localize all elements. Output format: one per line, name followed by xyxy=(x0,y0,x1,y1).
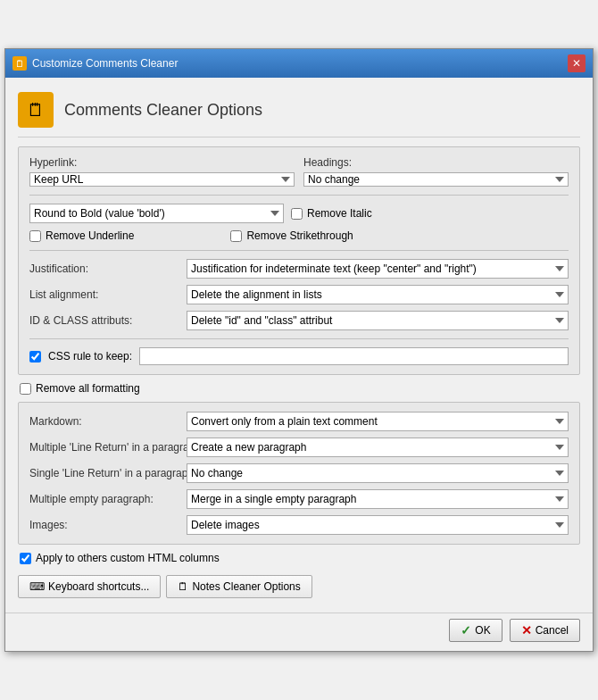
notes-cleaner-options-button[interactable]: 🗒 Notes Cleaner Options xyxy=(166,575,311,598)
cancel-label: Cancel xyxy=(536,624,569,637)
css-rule-checkbox[interactable] xyxy=(29,351,41,362)
justification-row: Justification: Justification for indeter… xyxy=(29,259,569,279)
apply-to-others-label: Apply to others custom HTML columns xyxy=(36,552,220,564)
header-section: 🗒 Comments Cleaner Options xyxy=(18,87,580,138)
css-rule-label: CSS rule to keep: xyxy=(48,350,132,362)
headings-col: Headings: No change xyxy=(303,156,569,187)
multiple-line-return-select[interactable]: Create a new paragraph xyxy=(187,438,569,457)
remove-underline-row: Remove Underline xyxy=(29,229,134,242)
markdown-panel: Markdown: Convert only from a plain text… xyxy=(18,402,580,545)
multiple-empty-paragraph-label: Multiple empty paragraph: xyxy=(29,493,181,505)
close-button[interactable]: ✕ xyxy=(568,54,586,72)
remove-strikethrough-checkbox[interactable] xyxy=(230,230,242,242)
divider-2 xyxy=(29,250,569,251)
headings-label: Headings: xyxy=(303,156,569,169)
dialog-title: Comments Cleaner Options xyxy=(64,101,262,120)
images-row: Images: Delete images xyxy=(29,515,569,535)
multiple-line-return-row: Multiple 'Line Return' in a paragraph: C… xyxy=(29,438,569,457)
id-class-select[interactable]: Delete "id" and "class" attribut xyxy=(187,311,569,330)
remove-italic-checkbox[interactable] xyxy=(291,208,303,220)
formatting-panel: Hyperlink: Keep URL Headings: No change … xyxy=(18,146,580,375)
dialog-content: 🗒 Comments Cleaner Options Hyperlink: Ke… xyxy=(5,78,593,611)
justification-select[interactable]: Justification for indeterminate text (ke… xyxy=(187,259,569,279)
title-bar: 🗒 Customize Comments Cleaner ✕ xyxy=(5,49,593,78)
single-line-return-select[interactable]: No change xyxy=(187,463,569,483)
markdown-row: Markdown: Convert only from a plain text… xyxy=(29,412,569,431)
title-bar-text: Customize Comments Cleaner xyxy=(32,57,178,70)
list-alignment-select[interactable]: Delete the alignment in lists xyxy=(187,285,569,304)
remove-italic-row: Remove Italic xyxy=(291,207,372,220)
keyboard-icon: ⌨ xyxy=(29,580,45,593)
ok-button[interactable]: ✓ OK xyxy=(449,619,502,642)
markdown-label: Markdown: xyxy=(29,415,181,428)
ok-checkmark-icon: ✓ xyxy=(461,623,471,638)
remove-all-formatting-row: Remove all formatting xyxy=(18,382,580,395)
headings-select[interactable]: No change xyxy=(303,172,569,187)
cancel-button[interactable]: ✕ Cancel xyxy=(510,619,580,642)
font-weight-row: Round to Bold (value 'bold') Remove Ital… xyxy=(29,204,569,223)
single-line-return-row: Single 'Line Return' in a paragraph: No … xyxy=(29,463,569,483)
font-weight-select[interactable]: Round to Bold (value 'bold') xyxy=(29,204,284,223)
remove-strikethrough-label: Remove Strikethrough xyxy=(246,229,353,242)
cancel-cross-icon: ✕ xyxy=(521,623,532,638)
divider-3 xyxy=(29,338,569,339)
css-rule-input[interactable] xyxy=(139,347,569,365)
title-icon: 🗒 xyxy=(12,56,27,71)
css-rule-row: CSS rule to keep: xyxy=(29,347,569,365)
dialog-footer: ✓ OK ✕ Cancel xyxy=(5,612,593,651)
hyperlink-label: Hyperlink: xyxy=(29,156,295,169)
divider-1 xyxy=(29,195,569,196)
remove-strikethrough-row: Remove Strikethrough xyxy=(230,229,353,242)
markdown-select[interactable]: Convert only from a plain text comment xyxy=(187,412,569,431)
underline-strikethrough-row: Remove Underline Remove Strikethrough xyxy=(29,229,569,242)
hyperlink-select[interactable]: Keep URL xyxy=(29,172,295,187)
multiple-line-return-label: Multiple 'Line Return' in a paragraph: xyxy=(29,441,181,454)
remove-all-formatting-checkbox[interactable] xyxy=(20,383,31,395)
multiple-empty-paragraph-select[interactable]: Merge in a single empty paragraph xyxy=(187,489,569,509)
remove-all-formatting-label: Remove all formatting xyxy=(36,382,140,395)
apply-to-others-checkbox[interactable] xyxy=(20,553,31,564)
single-line-return-label: Single 'Line Return' in a paragraph: xyxy=(29,467,181,479)
notes-cleaner-options-label: Notes Cleaner Options xyxy=(192,580,300,593)
id-class-row: ID & CLASS attributs: Delete "id" and "c… xyxy=(29,311,569,330)
dialog: 🗒 Customize Comments Cleaner ✕ 🗒 Comment… xyxy=(4,48,594,652)
justification-label: Justification: xyxy=(29,262,181,275)
list-alignment-row: List alignment: Delete the alignment in … xyxy=(29,285,569,304)
notes-icon: 🗒 xyxy=(178,580,188,593)
remove-underline-label: Remove Underline xyxy=(46,229,134,242)
hyperlink-col: Hyperlink: Keep URL xyxy=(29,156,295,187)
apply-to-others-row: Apply to others custom HTML columns xyxy=(18,552,580,564)
hyperlink-headings-row: Hyperlink: Keep URL Headings: No change xyxy=(29,156,569,187)
images-label: Images: xyxy=(29,519,181,531)
images-select[interactable]: Delete images xyxy=(187,515,569,535)
keyboard-shortcuts-button[interactable]: ⌨ Keyboard shortcuts... xyxy=(18,575,161,598)
header-icon: 🗒 xyxy=(18,92,54,128)
ok-label: OK xyxy=(475,624,490,637)
multiple-empty-paragraph-row: Multiple empty paragraph: Merge in a sin… xyxy=(29,489,569,509)
remove-italic-label: Remove Italic xyxy=(307,207,372,220)
keyboard-shortcuts-label: Keyboard shortcuts... xyxy=(48,580,149,593)
id-class-label: ID & CLASS attributs: xyxy=(29,314,181,327)
bottom-buttons-row: ⌨ Keyboard shortcuts... 🗒 Notes Cleaner … xyxy=(18,571,580,602)
remove-underline-checkbox[interactable] xyxy=(29,230,41,242)
list-alignment-label: List alignment: xyxy=(29,288,181,301)
